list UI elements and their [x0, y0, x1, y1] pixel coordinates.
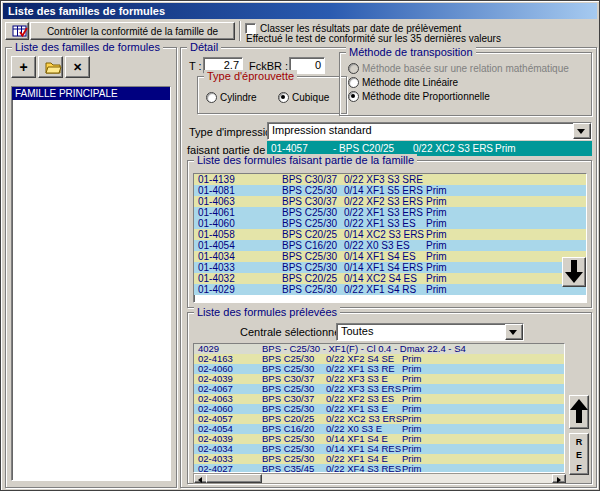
table-cell: 0/22 XF1 S3 ERS [344, 207, 423, 218]
x-icon: ✕ [73, 61, 82, 73]
move-formula-down-button[interactable] [562, 257, 586, 287]
horizontal-scrollbar[interactable] [193, 473, 565, 484]
table-cell: 02-4027 [198, 464, 233, 473]
table-cell: 01-4029 [198, 284, 235, 295]
table-cell: 0/14 XC2 S3 ERS [344, 229, 424, 240]
conformity-note-label: Effectué le test de conformité sur les 3… [246, 33, 501, 44]
open-folder-icon [45, 61, 62, 74]
table-cell: 0/22 XF2 S3 ERS [344, 196, 423, 207]
ref-button[interactable]: REF [569, 433, 589, 475]
table-row[interactable]: 01-4081BPS C25/300/14 XF1 S5 ERSPrim [194, 185, 586, 196]
table-cell: 01-4063 [198, 196, 235, 207]
families-group-title: Liste des familles de formules [12, 41, 163, 53]
linear-method-radio-label: Méthode dite Linéaire [362, 77, 458, 88]
table-row[interactable]: 01-4033BPS C25/300/14 XF1 S4 ERSPrim [194, 262, 586, 273]
window-title: Liste des familles de formules [8, 5, 165, 17]
family-bar-spec: 0/22 XC2 S3 ERS [413, 142, 493, 155]
math-relation-radio-label: Méthode basée sur une relation mathémati… [362, 63, 569, 74]
families-list[interactable]: FAMILLE PRINCIPALE [11, 86, 171, 481]
table-cell: Prim [426, 207, 447, 218]
open-family-button[interactable] [38, 56, 63, 78]
grid-check-icon [12, 25, 28, 38]
table-cell: Prim [426, 273, 447, 284]
cylinder-radio-label: Cylindre [220, 92, 257, 103]
table-cell: Prim [426, 196, 447, 207]
family-bar-kind: Prim [495, 142, 516, 155]
detail-group-title: Détail [187, 41, 221, 53]
table-cell: BPS C20/25 [282, 273, 337, 284]
table-cell: 0/14 XF1 S4 ERS [344, 262, 423, 273]
detail-groupbox: Détail T : 2.7 FckBR : 0 Type d'éprouvet… [180, 47, 597, 488]
cubic-radio-label: Cubique [292, 92, 329, 103]
table-cell: 0/22 XF4 S3 RES [326, 464, 401, 473]
arrow-up-icon [569, 399, 589, 425]
sampled-formulas-title: Liste des formules prélevées [194, 306, 340, 318]
table-cell: Prim [426, 240, 447, 251]
table-cell: BPS C30/37 [282, 196, 337, 207]
table-cell: BPS C25/30 [282, 262, 337, 273]
table-row[interactable]: 01-4060BPS C25/300/22 XF1 S3 ESPrim [194, 218, 586, 229]
table-cell: BPS C16/20 [282, 240, 337, 251]
table-row[interactable]: 01-4058BPS C20/250/14 XC2 S3 ERSPrim [194, 229, 586, 240]
proportional-method-radio[interactable] [348, 91, 359, 102]
cubic-radio[interactable] [278, 92, 289, 103]
table-cell: Prim [426, 218, 447, 229]
table-cell: 0/14 XF1 S5 ERS [344, 185, 423, 196]
table-cell: 0/22 XF1 S3 ES [344, 218, 416, 229]
math-relation-radio[interactable] [348, 63, 359, 74]
move-formula-up-button[interactable] [569, 395, 589, 429]
table-cell: Prim [402, 464, 422, 473]
table-row[interactable]: 01-4139BPS C30/370/22 XF3 S3 SRE [194, 174, 586, 185]
plant-combobox[interactable]: Toutes [336, 323, 524, 341]
family-formulas-title: Liste des formules faisant partie de la … [194, 154, 417, 166]
table-cell: 01-4033 [198, 262, 235, 273]
print-type-combobox[interactable]: Impression standard [267, 122, 592, 140]
table-cell: Prim [426, 284, 447, 295]
table-cell: 01-4054 [198, 240, 235, 251]
table-cell: BPS C25/30 [282, 251, 337, 262]
table-cell: BPS C25/30 [282, 218, 337, 229]
linear-method-radio[interactable] [348, 77, 359, 88]
table-cell: 01-4061 [198, 207, 235, 218]
table-row[interactable]: 02-4027BPS C35/450/22 XF4 S3 RESPrim [194, 464, 564, 473]
table-row[interactable]: 01-4054BPS C16/200/22 X0 S3 ESPrim [194, 240, 586, 251]
sampled-formulas-list[interactable]: 4029BPS - C25/30 - XF1(F) - Cl 0.4 - Dma… [193, 343, 565, 473]
specimen-group-title: Type d'éprouvette [204, 70, 297, 82]
table-cell: 01-4060 [198, 218, 235, 229]
family-formulas-list[interactable]: 01-4139BPS C30/370/22 XF3 S3 SRE01-4081B… [193, 173, 587, 303]
print-type-value: Impression standard [272, 124, 372, 136]
table-row[interactable]: 01-4029BPS C25/300/22 XF1 S4 RSPrim [194, 284, 586, 295]
table-cell: BPS C20/25 [282, 229, 337, 240]
formula-families-window: Liste des familles de formules Contrôler… [0, 0, 600, 491]
table-cell: 0/14 XC2 S4 ES [344, 273, 417, 284]
table-row[interactable]: 01-4032BPS C20/250/14 XC2 S4 ESPrim [194, 273, 586, 284]
sampled-formulas-groupbox: Liste des formules prélevées Centrale sé… [187, 312, 592, 484]
proportional-method-radio-label: Méthode dite Proportionnelle [362, 91, 490, 102]
t-label: T : [189, 60, 202, 72]
add-family-button[interactable]: + [11, 56, 36, 78]
cylinder-radio[interactable] [206, 92, 217, 103]
title-bar[interactable]: Liste des familles de formules [3, 3, 597, 19]
check-conformity-button[interactable]: Contrôler la conformité de la famille de… [30, 22, 235, 40]
table-cell: BPS C25/30 [282, 185, 337, 196]
table-cell: 0/14 XF1 S4 ES [344, 251, 416, 262]
family-formulas-groupbox: Liste des formules faisant partie de la … [187, 160, 592, 308]
families-groupbox: Liste des familles de formules + ✕ FAMIL… [5, 47, 177, 488]
table-cell: BPS C25/30 [282, 284, 337, 295]
chevron-down-icon[interactable] [573, 123, 591, 139]
table-cell: 0/22 XF1 S4 RS [344, 284, 416, 295]
scroll-left-icon [198, 477, 202, 483]
table-row[interactable]: 01-4034BPS C25/300/14 XF1 S4 ESPrim [194, 251, 586, 262]
table-row[interactable]: 01-4063BPS C30/370/22 XF2 S3 ERSPrim [194, 196, 586, 207]
table-row[interactable]: 01-4061BPS C25/300/22 XF1 S3 ERSPrim [194, 207, 586, 218]
scrollbar-thumb[interactable] [206, 474, 262, 483]
table-cell: Prim [426, 251, 447, 262]
conformity-grid-button[interactable] [5, 22, 29, 40]
chevron-down-icon[interactable] [505, 324, 523, 340]
delete-family-button[interactable]: ✕ [65, 56, 90, 78]
specimen-type-groupbox: Type d'éprouvette Cylindre Cubique [197, 76, 347, 114]
table-cell: BPS C30/37 [282, 174, 337, 185]
scroll-right-button[interactable] [552, 474, 566, 483]
table-cell: 01-4034 [198, 251, 235, 262]
list-item[interactable]: FAMILLE PRINCIPALE [12, 87, 170, 100]
